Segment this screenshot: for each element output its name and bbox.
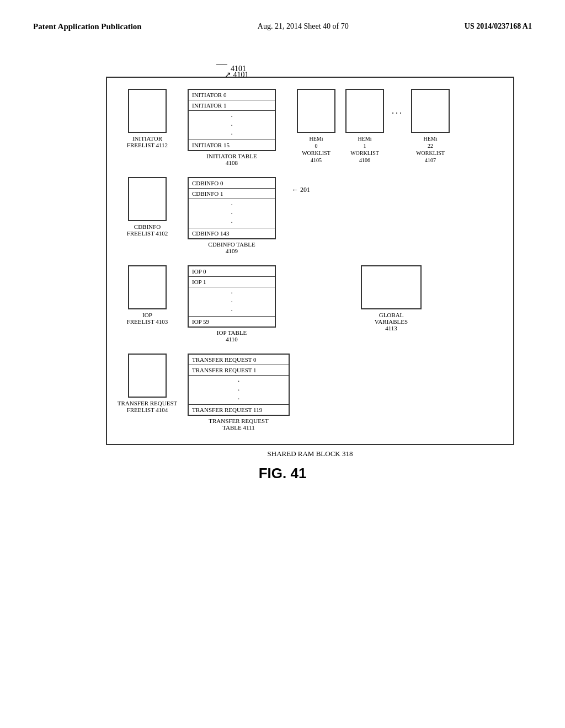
diagram-area: ​ 4101 ↗ 4101 INITIATORFREELIST 4112 INI… — [33, 65, 532, 482]
transfer-table-box: TRANSFER REQUEST 0 TRANSFER REQUEST 1 ··… — [188, 354, 290, 416]
page: Patent Application Publication Aug. 21, … — [0, 0, 565, 728]
iop-freelist-label: IOPFREELIST 4103 — [127, 312, 168, 325]
iop-row-59: IOP 59 — [189, 317, 275, 326]
publication-label: Patent Application Publication — [33, 22, 142, 31]
transfer-table-section: TRANSFER REQUEST 0 TRANSFER REQUEST 1 ··… — [188, 354, 281, 431]
initiator-table-section: INITIATOR 0 INITIATOR 1 ··· INITIATOR 15… — [188, 89, 281, 166]
ref-201: ← 201 — [292, 186, 310, 194]
cdbinfo-freelist-label: CDBINFOFREELIST 4102 — [127, 223, 168, 237]
cdbinfo-row-1: CDBINFO 1 — [189, 189, 275, 199]
cdbinfo-freelist-box — [128, 177, 167, 221]
transfer-table-label: TRANSFER REQUESTTABLE 4111 — [188, 417, 290, 431]
cdbinfo-row-143: CDBINFO 143 — [189, 228, 275, 238]
cdbinfo-table-box: CDBINFO 0 CDBINFO 1 ··· CDBINFO 143 — [188, 177, 276, 239]
outer-box: INITIATORFREELIST 4112 INITIATOR 0 INITI… — [106, 77, 514, 445]
transfer-freelist-section: TRANSFER REQUESTFREELIST 4104 — [117, 354, 178, 413]
iop-row-0: IOP 0 — [189, 266, 275, 277]
cdbinfo-freelist-section: CDBINFOFREELIST 4102 — [117, 177, 178, 237]
hemi-1-box — [345, 89, 384, 133]
initiator-dots: ··· — [189, 111, 275, 140]
initiator-freelist-label: INITIATORFREELIST 4112 — [127, 135, 168, 148]
shared-ram-label: SHARED RAM BLOCK 318 — [106, 449, 514, 458]
fig-label: FIG. 41 — [259, 465, 307, 482]
iop-freelist-section: IOPFREELIST 4103 — [117, 265, 178, 325]
cdbinfo-row-0: CDBINFO 0 — [189, 178, 275, 189]
hemi-1-label: HEMi1WORKLIST4106 — [350, 135, 379, 164]
hemi-0-box — [297, 89, 335, 133]
initiator-row-15: INITIATOR 15 — [189, 140, 275, 150]
cdbinfo-table-label: CDBINFO TABLE4109 — [188, 241, 276, 254]
global-var-box — [361, 265, 422, 309]
iop-table-box: IOP 0 IOP 1 ··· IOP 59 — [188, 265, 276, 328]
cdbinfo-row: CDBINFOFREELIST 4102 CDBINFO 0 CDBINFO 1… — [117, 177, 503, 254]
transfer-row: TRANSFER REQUESTFREELIST 4104 TRANSFER R… — [117, 354, 503, 431]
hemi-0-label: HEMi0WORKLIST4105 — [302, 135, 331, 164]
initiator-row: INITIATORFREELIST 4112 INITIATOR 0 INITI… — [117, 89, 503, 166]
date-sheet-label: Aug. 21, 2014 Sheet 40 of 70 — [258, 22, 349, 30]
header-left: Patent Application Publication — [33, 22, 142, 31]
header-right: US 2014/0237168 A1 — [465, 22, 532, 31]
transfer-row-0: TRANSFER REQUEST 0 — [189, 355, 289, 365]
hemi-22-section: HEMi22WORKLIST4107 — [409, 89, 452, 164]
global-var-wrapper: GLOBALVARIABLES4113 — [355, 265, 422, 331]
iop-row-1: IOP 1 — [189, 277, 275, 287]
iop-dots: ··· — [189, 287, 275, 317]
header: Patent Application Publication Aug. 21, … — [33, 22, 532, 31]
cdbinfo-dots: ··· — [189, 199, 275, 228]
global-var-section: GLOBALVARIABLES4113 — [361, 265, 422, 331]
transfer-freelist-box — [128, 354, 167, 398]
cdbinfo-table-section: CDBINFO 0 CDBINFO 1 ··· CDBINFO 143 CDBI… — [188, 177, 281, 254]
global-var-label: GLOBALVARIABLES4113 — [375, 312, 408, 331]
hemi-22-box — [411, 89, 450, 133]
initiator-table-box: INITIATOR 0 INITIATOR 1 ··· INITIATOR 15 — [188, 89, 276, 151]
hemi-0-section: HEMi0WORKLIST4105 — [295, 89, 338, 164]
initiator-row-0: INITIATOR 0 — [189, 90, 275, 100]
hemi-group: HEMi0WORKLIST4105 HEMi1WORKLIST4106 ··· … — [295, 89, 452, 164]
patent-number: US 2014/0237168 A1 — [465, 22, 532, 30]
initiator-freelist-box — [128, 89, 167, 133]
hemi-1-section: HEMi1WORKLIST4106 — [343, 89, 386, 164]
header-center: Aug. 21, 2014 Sheet 40 of 70 — [258, 22, 349, 31]
iop-freelist-box — [128, 265, 167, 309]
iop-table-section: IOP 0 IOP 1 ··· IOP 59 IOP TABLE4110 — [188, 265, 281, 342]
initiator-freelist-section: INITIATORFREELIST 4112 — [117, 89, 178, 148]
transfer-dots: ··· — [189, 376, 289, 405]
transfer-row-119: TRANSFER REQUEST 119 — [189, 405, 289, 415]
iop-table-label: IOP TABLE4110 — [188, 329, 276, 342]
hemi-22-label: HEMi22WORKLIST4107 — [416, 135, 445, 164]
initiator-table-label: INITIATOR TABLE4108 — [188, 153, 276, 166]
transfer-row-1: TRANSFER REQUEST 1 — [189, 365, 289, 376]
iop-row: IOPFREELIST 4103 IOP 0 IOP 1 ··· IOP 59 … — [117, 265, 503, 342]
initiator-row-1: INITIATOR 1 — [189, 100, 275, 111]
transfer-freelist-label: TRANSFER REQUESTFREELIST 4104 — [118, 400, 178, 413]
hemi-dots: ··· — [392, 109, 403, 119]
